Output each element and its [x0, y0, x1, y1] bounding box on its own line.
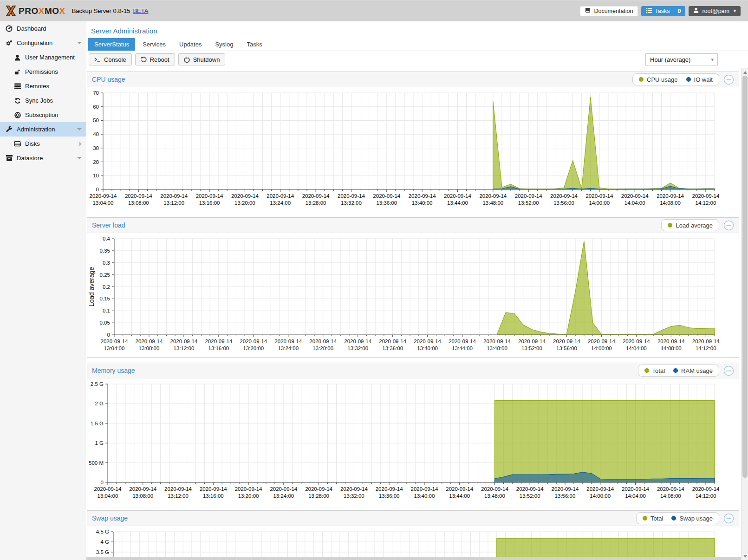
svg-text:13:08:00: 13:08:00: [128, 200, 149, 206]
svg-text:0.15: 0.15: [100, 296, 110, 301]
chart-legend-load: Load average: [661, 219, 719, 231]
chart-title-load: Server load: [92, 221, 125, 229]
sidebar-item-subscription[interactable]: Subscription: [0, 108, 86, 122]
legend-dot-icon: [671, 516, 676, 521]
horizontal-scrollbar[interactable]: [86, 557, 741, 560]
sidebar-item-disks[interactable]: Disks: [0, 137, 86, 151]
svg-text:2020-09-14: 2020-09-14: [692, 486, 719, 492]
svg-text:13:24:00: 13:24:00: [278, 345, 299, 351]
shutdown-button[interactable]: Shutdown: [178, 53, 226, 65]
tasks-button[interactable]: Tasks 0: [641, 6, 686, 16]
svg-text:13:36:00: 13:36:00: [382, 345, 403, 351]
sidebar-item-label: Datastore: [17, 155, 43, 162]
power-icon: [184, 57, 190, 63]
scroll-thumb[interactable]: [742, 76, 748, 478]
svg-text:13:28:00: 13:28:00: [306, 200, 326, 206]
svg-text:0.4: 0.4: [103, 236, 111, 241]
svg-text:13:28:00: 13:28:00: [308, 493, 329, 499]
svg-text:2020-09-14: 2020-09-14: [657, 193, 684, 199]
svg-text:13:52:00: 13:52:00: [518, 200, 539, 206]
documentation-button[interactable]: Documentation: [580, 6, 637, 16]
legend-dot-icon: [686, 77, 691, 82]
sidebar-item-configuration[interactable]: Configuration: [0, 36, 86, 50]
beta-link[interactable]: BETA: [133, 7, 148, 14]
memory-chart: 0500 M1 G1.5 G2 G2.5 G2020-09-1413:04:00…: [87, 378, 719, 505]
svg-text:2020-09-14: 2020-09-14: [376, 486, 403, 492]
sidebar-item-permissions[interactable]: Permissions: [0, 65, 86, 79]
caret-down-icon[interactable]: [77, 42, 82, 44]
svg-text:2020-09-14: 2020-09-14: [373, 193, 400, 199]
svg-text:13:36:00: 13:36:00: [379, 493, 400, 499]
legend-item-io-wait[interactable]: IO wait: [686, 76, 713, 83]
timeframe-select[interactable]: Hour (average) ▾: [645, 53, 718, 65]
scroll-down-arrow[interactable]: [741, 553, 748, 560]
collapse-chart-button[interactable]: [723, 74, 734, 85]
toolbar: Console Reboot Shutdown Hour (average) ▾: [86, 51, 748, 68]
unlock-icon: [13, 69, 21, 75]
legend-item-total[interactable]: Total: [644, 367, 665, 374]
vertical-scrollbar[interactable]: [741, 68, 748, 560]
sidebar-item-administration[interactable]: Administration: [0, 122, 86, 137]
svg-text:2020-09-14: 2020-09-14: [200, 486, 227, 492]
collapse-chart-button[interactable]: [723, 365, 734, 376]
caret-down-icon[interactable]: [77, 157, 82, 159]
svg-text:14:00:00: 14:00:00: [589, 200, 610, 206]
collapse-chart-button[interactable]: [723, 513, 734, 524]
tab-services[interactable]: Services: [137, 38, 172, 51]
caret-right-icon[interactable]: [79, 142, 82, 146]
chart-panel-load: Server loadLoad average00.050.10.150.20.…: [87, 217, 739, 358]
svg-text:70: 70: [93, 90, 99, 96]
svg-text:14:04:00: 14:04:00: [625, 493, 646, 499]
svg-text:13:56:00: 13:56:00: [556, 345, 577, 351]
product-version-label: Backup Server 0.8-15: [72, 7, 130, 14]
rows-icon: [13, 83, 21, 89]
sidebar-item-datastore[interactable]: Datastore: [0, 151, 86, 165]
svg-text:0: 0: [107, 332, 110, 338]
dashboard-icon: [5, 25, 13, 32]
chart-legend-memory: TotalRAM usage: [638, 365, 719, 377]
cpu-chart: 0102030405060702020-09-1413:04:002020-09…: [87, 87, 719, 212]
svg-text:14:04:00: 14:04:00: [626, 345, 647, 351]
svg-text:2020-09-14: 2020-09-14: [621, 193, 649, 199]
svg-text:13:56:00: 13:56:00: [555, 493, 576, 499]
sidebar-item-sync-jobs[interactable]: Sync Jobs: [0, 93, 86, 108]
collapse-chart-button[interactable]: [723, 220, 734, 231]
sidebar-item-remotes[interactable]: Remotes: [0, 79, 86, 93]
svg-text:13:32:00: 13:32:00: [347, 345, 368, 351]
tab-tasks[interactable]: Tasks: [241, 38, 268, 51]
legend-item-ram-usage[interactable]: RAM usage: [673, 367, 713, 374]
svg-text:13:12:00: 13:12:00: [168, 493, 189, 499]
legend-item-load-average[interactable]: Load average: [668, 222, 713, 229]
tab-syslog[interactable]: Syslog: [209, 38, 239, 51]
legend-label: CPU usage: [647, 76, 677, 83]
svg-text:2020-09-14: 2020-09-14: [231, 193, 259, 199]
tab-updates[interactable]: Updates: [173, 38, 208, 51]
legend-item-swap-usage[interactable]: Swap usage: [671, 515, 713, 522]
reboot-button[interactable]: Reboot: [135, 53, 175, 65]
legend-item-total[interactable]: Total: [643, 515, 663, 522]
legend-item-cpu-usage[interactable]: CPU usage: [639, 76, 677, 83]
svg-text:2.5 G: 2.5 G: [91, 381, 104, 387]
sidebar-item-dashboard[interactable]: Dashboard: [0, 21, 86, 36]
svg-text:2020-09-14: 2020-09-14: [196, 193, 223, 199]
user-menu-button[interactable]: root@pam ▾: [689, 6, 741, 16]
chart-panel-header: Swap usageTotalSwap usage: [87, 511, 739, 526]
svg-text:13:40:00: 13:40:00: [412, 200, 433, 206]
svg-text:13:08:00: 13:08:00: [139, 345, 160, 351]
svg-text:13:48:00: 13:48:00: [487, 345, 507, 351]
svg-text:0.3: 0.3: [103, 260, 110, 266]
console-button[interactable]: Console: [89, 53, 132, 65]
scroll-up-arrow[interactable]: [741, 69, 748, 76]
svg-text:13:16:00: 13:16:00: [203, 493, 224, 499]
proxmox-x-icon: [5, 5, 17, 17]
svg-text:30: 30: [93, 145, 99, 151]
caret-down-icon[interactable]: [77, 128, 82, 130]
svg-text:13:16:00: 13:16:00: [199, 200, 220, 206]
sidebar-item-user-management[interactable]: User Management: [0, 50, 86, 65]
legend-label: IO wait: [694, 76, 713, 83]
svg-text:2020-09-14: 2020-09-14: [340, 486, 368, 492]
proxmox-logo: PROXMOX: [5, 5, 65, 17]
tab-serverstatus[interactable]: ServerStatus: [88, 38, 135, 51]
svg-text:2020-09-14: 2020-09-14: [235, 486, 262, 492]
svg-text:13:44:00: 13:44:00: [447, 200, 468, 206]
